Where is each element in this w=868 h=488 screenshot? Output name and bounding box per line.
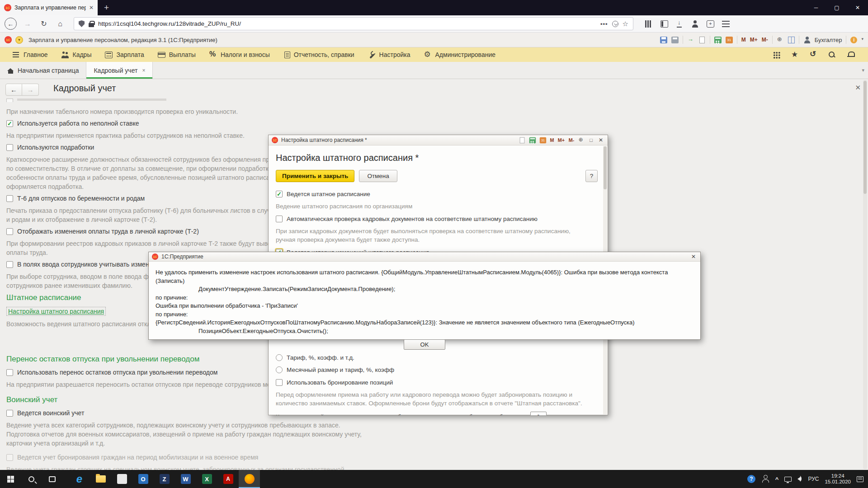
checkbox-unchecked[interactable] (6, 144, 13, 151)
task-view-button[interactable] (42, 470, 62, 488)
days-input[interactable]: 0 (530, 412, 547, 415)
taskbar-app-explorer[interactable] (90, 470, 111, 488)
browser-tab[interactable]: 1С Зарплата и управление персо ✕ (0, 0, 98, 15)
start-button[interactable] (0, 470, 21, 488)
menu-item-main[interactable]: Главное (5, 47, 55, 62)
menu-item-nastroyka[interactable]: Настройка (361, 47, 417, 62)
language-indicator[interactable]: РУС (808, 476, 819, 482)
taskbar-app-excel[interactable]: X (196, 470, 217, 488)
scrollbar[interactable] (863, 80, 867, 469)
error-dialog-titlebar[interactable]: 1С 1С:Предприятие ✕ (149, 252, 700, 262)
tab-close-icon[interactable]: ✕ (89, 5, 94, 11)
action-center-icon[interactable] (857, 476, 863, 482)
scrollbar-thumb[interactable] (863, 81, 867, 194)
maximize-icon[interactable]: □ (588, 137, 594, 143)
tab-close-icon[interactable]: × (142, 67, 145, 74)
zoom-icon[interactable] (777, 37, 784, 43)
url-bar[interactable]: https://1csql104.techgrow.ru/128vitrade_… (74, 17, 633, 30)
print-icon[interactable] (520, 137, 525, 143)
lock-icon[interactable] (89, 23, 94, 27)
dialog-titlebar[interactable]: 1С Настройка штатного расписания * 31 M … (269, 135, 608, 145)
people-icon[interactable] (761, 476, 769, 482)
memory-mplus-button[interactable]: M+ (750, 37, 758, 43)
menu-item-kadry[interactable]: Кадры (55, 47, 99, 62)
memory-m-button[interactable]: M (741, 37, 746, 43)
taskbar-app-edge[interactable]: e (69, 470, 90, 488)
taskbar-app-firefox[interactable] (239, 470, 260, 488)
downloads-icon[interactable] (676, 20, 684, 28)
menu-icon[interactable] (722, 21, 730, 27)
checkbox-unchecked[interactable] (6, 410, 13, 417)
network-display-icon[interactable] (784, 477, 792, 482)
tracking-shield-icon[interactable] (79, 20, 85, 27)
sidebar-icon[interactable] (660, 20, 668, 28)
checkbox-unchecked[interactable] (276, 379, 283, 386)
checkbox-row[interactable]: Использовать бронирование позиций (276, 378, 599, 386)
taskbar-app-word[interactable]: W (175, 470, 196, 488)
export-icon[interactable] (687, 37, 694, 43)
checkbox-unchecked[interactable] (6, 228, 13, 235)
tab-home[interactable]: Начальная страница (0, 62, 86, 79)
taskbar-search-button[interactable] (21, 470, 42, 488)
library-icon[interactable] (645, 20, 653, 28)
checkbox-checked[interactable]: ✓ (276, 191, 283, 197)
checkbox-unchecked[interactable] (6, 369, 13, 376)
calculator-icon[interactable] (714, 37, 722, 43)
form-close-icon[interactable]: ✕ (855, 84, 861, 92)
maximize-button[interactable]: ▢ (826, 0, 847, 15)
tabs-chevron-icon[interactable]: ▾ (862, 67, 864, 73)
checkbox-row[interactable]: ✓Используется работа по неполной ставке (6, 119, 594, 127)
cancel-button[interactable]: Отмена (359, 170, 397, 182)
calendar-icon[interactable]: 31 (726, 37, 733, 43)
tab-kadrovyy-uchet[interactable]: Кадровый учет × (86, 62, 153, 79)
staffing-settings-link[interactable]: Настройка штатного расписания (6, 307, 106, 316)
clock[interactable]: 19:24 15.01.2020 (825, 473, 851, 485)
checkbox-row[interactable]: ✓Ведется штатное расписание (276, 190, 599, 198)
checkbox-unchecked[interactable] (6, 195, 13, 202)
info-icon[interactable]: i (850, 37, 857, 43)
back-icon[interactable]: ← (5, 18, 17, 30)
checkbox-checked[interactable]: ✓ (6, 120, 13, 127)
close-icon[interactable]: ✕ (690, 253, 697, 260)
new-tab-button[interactable]: + (98, 0, 115, 15)
pocket-icon[interactable] (612, 21, 618, 27)
taskbar-app-outlook[interactable]: O (132, 470, 154, 488)
taskbar-app-zapp[interactable]: Z (154, 470, 175, 488)
notifications-bell-icon[interactable] (847, 51, 854, 58)
apply-and-close-button[interactable]: Применить и закрыть (276, 170, 354, 182)
radio-unchecked[interactable] (276, 366, 283, 373)
taskbar-app-whiteapp[interactable] (111, 470, 132, 488)
form-forward-button[interactable]: → (22, 84, 39, 96)
memory-mminus-button[interactable]: M- (569, 137, 575, 143)
get-help-icon[interactable]: ? (747, 475, 755, 483)
extensions-icon[interactable]: + (707, 20, 714, 28)
account-icon[interactable] (691, 20, 699, 28)
memory-mplus-button[interactable]: M+ (558, 137, 565, 143)
menu-item-nalogi[interactable]: Налоги и взносы (203, 47, 277, 62)
menu-item-vyplaty[interactable]: Выплаты (151, 47, 203, 62)
history-icon[interactable] (810, 51, 817, 58)
favorites-star-icon[interactable] (791, 51, 799, 58)
menu-item-administrirovanie[interactable]: Администрирование (417, 47, 503, 62)
tray-chevron-up-icon[interactable]: ^ (775, 476, 779, 483)
help-button[interactable]: ? (585, 170, 598, 182)
dialog-scrollbar-thumb[interactable] (604, 146, 607, 189)
taskbar-app-acrobat[interactable]: A (217, 470, 239, 488)
page-actions-icon[interactable]: ••• (600, 20, 608, 27)
all-functions-grid-icon[interactable] (773, 51, 780, 59)
zoom-icon[interactable] (578, 137, 585, 143)
home-icon[interactable]: ⌂ (55, 20, 66, 28)
volume-icon[interactable] (797, 477, 801, 481)
checkbox-row[interactable]: Ведется учет бронирования граждан на пер… (6, 453, 594, 461)
memory-mminus-button[interactable]: M- (762, 37, 768, 43)
close-icon[interactable]: ✕ (597, 137, 604, 143)
ok-button[interactable]: OK (404, 339, 445, 350)
save-icon[interactable] (660, 37, 667, 43)
search-icon[interactable] (828, 51, 836, 58)
calendar-icon[interactable]: 31 (540, 137, 546, 143)
radio-unchecked[interactable] (276, 354, 283, 361)
menu-item-zarplata[interactable]: Зарплата (98, 47, 151, 62)
chevron-down-icon[interactable]: ▾ (861, 37, 863, 43)
checkbox-unchecked[interactable] (276, 216, 283, 222)
forward-icon[interactable]: → (22, 20, 33, 28)
